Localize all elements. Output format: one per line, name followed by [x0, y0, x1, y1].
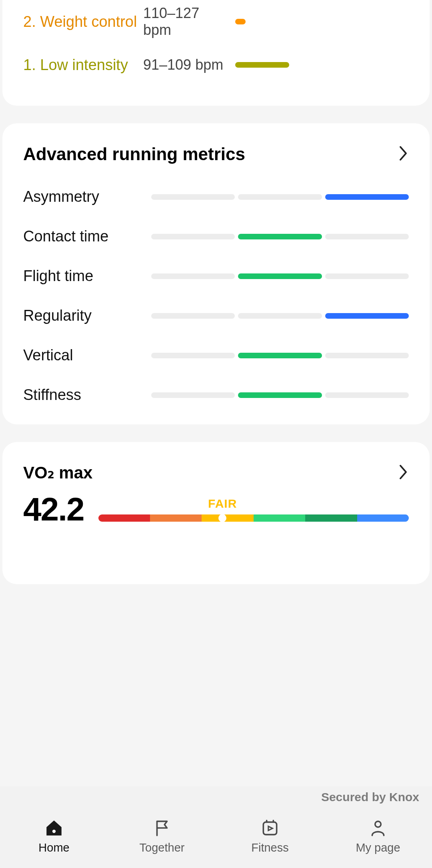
- hr-zone-label: 1. Low intensity: [23, 56, 143, 74]
- tab-home[interactable]: Home: [0, 804, 108, 868]
- metric-row: Contact time: [23, 228, 409, 245]
- metric-label: Contact time: [23, 228, 151, 245]
- metric-bar: [151, 353, 409, 358]
- metric-bar: [151, 234, 409, 239]
- vo2-title: VO₂ max: [23, 463, 92, 482]
- vo2-content: 42.2 FAIR: [23, 490, 409, 528]
- vo2-marker-icon: [214, 514, 231, 522]
- metric-label: Stiffness: [23, 386, 151, 404]
- tab-fitness[interactable]: Fitness: [216, 804, 324, 868]
- hr-zone-range: 110–127 bpm: [143, 5, 231, 38]
- metric-row: Vertical: [23, 347, 409, 364]
- metric-bar: [151, 392, 409, 398]
- tab-label: My page: [356, 841, 400, 854]
- tab-label: Home: [38, 841, 69, 854]
- vo2-max-card[interactable]: VO₂ max 42.2 FAIR: [2, 442, 430, 584]
- hr-zone-row: 2. Weight control 110–127 bpm: [23, 0, 409, 43]
- hr-zone-range: 91–109 bpm: [143, 56, 231, 73]
- svg-point-1: [375, 821, 381, 827]
- tab-together[interactable]: Together: [108, 804, 216, 868]
- metric-label: Asymmetry: [23, 188, 151, 205]
- metric-row: Flight time: [23, 267, 409, 285]
- metric-bar: [151, 194, 409, 200]
- secured-by-knox: Secured by Knox: [0, 786, 432, 804]
- bottom-tabs: Home Together Fitness My page: [0, 804, 432, 868]
- metric-label: Flight time: [23, 267, 151, 285]
- hr-zone-bar: [231, 19, 409, 24]
- vo2-value: 42.2: [23, 490, 84, 528]
- metric-bar: [151, 273, 409, 279]
- metric-bar: [151, 313, 409, 319]
- metrics-header[interactable]: Advanced running metrics: [23, 144, 409, 164]
- metric-row: Stiffness: [23, 386, 409, 404]
- play-calendar-icon: [260, 818, 280, 838]
- svg-rect-0: [263, 822, 276, 834]
- metric-row: Asymmetry: [23, 188, 409, 205]
- person-icon: [368, 818, 388, 838]
- tab-my-page[interactable]: My page: [324, 804, 432, 868]
- tab-label: Together: [140, 841, 185, 854]
- chevron-right-icon: [398, 145, 409, 163]
- hr-zone-row: 1. Low intensity 91–109 bpm: [23, 43, 409, 86]
- vo2-scale: FAIR: [98, 497, 409, 522]
- metric-row: Regularity: [23, 307, 409, 324]
- home-icon: [44, 818, 64, 838]
- hr-zone-label: 2. Weight control: [23, 13, 143, 30]
- vo2-bar: [98, 514, 409, 522]
- metric-label: Regularity: [23, 307, 151, 324]
- vo2-header[interactable]: VO₂ max: [23, 463, 409, 482]
- advanced-running-metrics-card[interactable]: Advanced running metrics AsymmetryContac…: [2, 123, 430, 424]
- tab-label: Fitness: [251, 841, 288, 854]
- vo2-grade: FAIR: [208, 497, 237, 510]
- chevron-right-icon: [398, 464, 409, 482]
- metric-label: Vertical: [23, 347, 151, 364]
- flag-icon: [152, 818, 172, 838]
- hr-zones-card: 2. Weight control 110–127 bpm 1. Low int…: [2, 0, 430, 106]
- hr-zone-bar: [231, 62, 409, 68]
- metrics-title: Advanced running metrics: [23, 144, 245, 164]
- bottom-bar: Secured by Knox Home Together Fitness My…: [0, 786, 432, 868]
